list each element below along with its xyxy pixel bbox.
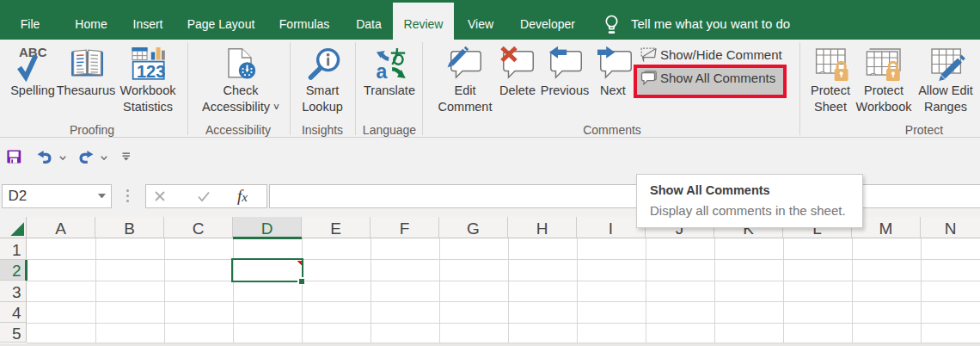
svg-text:a: a	[377, 60, 388, 80]
svg-text:123: 123	[137, 62, 165, 81]
